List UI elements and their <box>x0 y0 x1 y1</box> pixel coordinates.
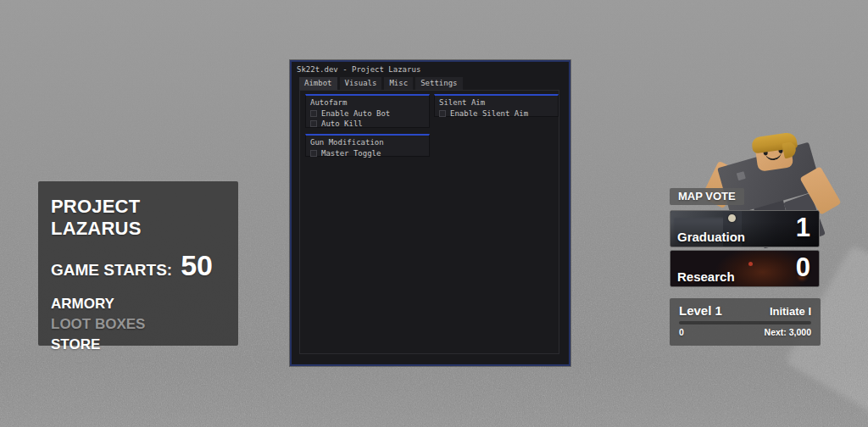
group-title: Gun Modification <box>310 138 425 147</box>
shirt-logo-icon <box>737 171 746 180</box>
checkbox-icon[interactable] <box>310 110 317 117</box>
vote-count: 1 <box>796 213 810 243</box>
option-label: Enable Silent Aim <box>450 109 528 118</box>
map-vote-header: MAP VOTE <box>670 188 744 205</box>
menu-item-loot-boxes[interactable]: LOOT BOXES <box>51 314 225 335</box>
tab-settings[interactable]: Settings <box>415 77 462 90</box>
tab-visuals[interactable]: Visuals <box>340 77 382 90</box>
red-light <box>748 262 753 266</box>
game-info-panel: PROJECT LAZARUS GAME STARTS: 50 ARMORY L… <box>38 181 238 346</box>
level-panel: Level 1 Initiate I 0 Next: 3,000 <box>670 298 821 346</box>
checkbox-icon[interactable] <box>439 110 446 117</box>
checkbox-icon[interactable] <box>310 150 317 157</box>
menu-item-store[interactable]: STORE <box>51 335 225 355</box>
group-title: Autofarm <box>310 98 425 107</box>
option-label: Enable Auto Bot <box>321 109 390 118</box>
game-title: PROJECT LAZARUS <box>51 196 225 240</box>
game-starts-countdown: 50 <box>181 252 213 279</box>
tab-aimbot[interactable]: Aimbot <box>299 77 337 90</box>
menu-item-armory[interactable]: ARMORY <box>51 294 225 314</box>
tab-misc[interactable]: Misc <box>384 77 413 90</box>
group-gun-modification: Gun Modification Master Toggle <box>305 134 430 157</box>
option-master-toggle[interactable]: Master Toggle <box>310 149 425 158</box>
vote-count: 0 <box>796 252 810 283</box>
option-label: Master Toggle <box>321 149 381 158</box>
option-auto-kill[interactable]: Auto Kill <box>310 119 425 128</box>
option-enable-auto-bot[interactable]: Enable Auto Bot <box>310 109 425 118</box>
xp-current: 0 <box>679 327 684 337</box>
xp-row: 0 Next: 3,000 <box>679 327 811 337</box>
cheat-menu-window: Sk22t.dev - Project Lazarus Aimbot Visua… <box>290 60 570 366</box>
map-name: Graduation <box>677 230 745 244</box>
level-row: Level 1 Initiate I <box>679 303 811 318</box>
game-starts-label: GAME STARTS: <box>51 261 172 280</box>
xp-next: Next: 3,000 <box>765 327 811 337</box>
window-title-bar[interactable]: Sk22t.dev - Project Lazarus <box>297 65 420 74</box>
xp-progress-bar <box>679 321 811 324</box>
option-label: Auto Kill <box>321 119 363 128</box>
option-enable-silent-aim[interactable]: Enable Silent Aim <box>439 109 554 118</box>
game-scene: PROJECT LAZARUS GAME STARTS: 50 ARMORY L… <box>0 0 868 427</box>
checkbox-icon[interactable] <box>310 120 317 127</box>
map-name: Research <box>677 269 735 284</box>
map-vote-option-research[interactable]: Research 0 <box>670 250 820 287</box>
character-smile <box>765 151 782 162</box>
group-silent-aim: Silent Aim Enable Silent Aim <box>434 94 559 117</box>
group-title: Silent Aim <box>439 98 554 107</box>
tab-content: Autofarm Enable Auto Bot Auto Kill Gun M… <box>299 90 559 354</box>
hud-menu: ARMORY LOOT BOXES STORE <box>51 294 225 355</box>
map-vote-option-graduation[interactable]: Graduation 1 <box>670 210 820 247</box>
group-autofarm: Autofarm Enable Auto Bot Auto Kill <box>305 94 430 128</box>
tab-bar: Aimbot Visuals Misc Settings <box>299 77 463 90</box>
game-starts-row: GAME STARTS: 50 <box>51 252 225 280</box>
level-label: Level 1 <box>679 303 722 318</box>
rank-label: Initiate I <box>770 305 811 318</box>
